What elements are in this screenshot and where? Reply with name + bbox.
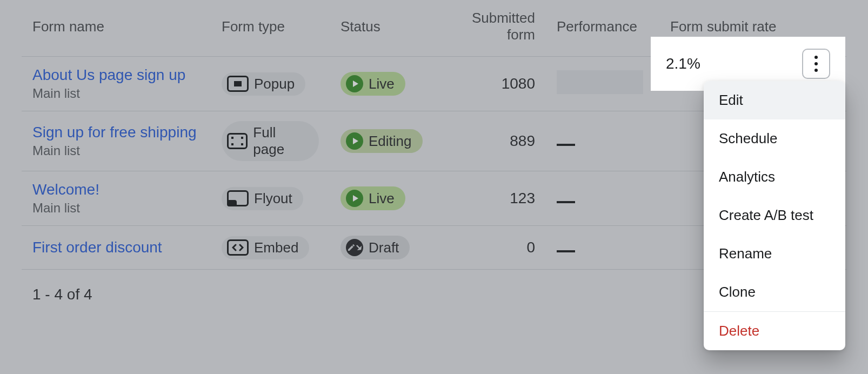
svg-rect-2 [231, 143, 233, 145]
embed-icon [227, 239, 249, 256]
performance-dash [557, 250, 575, 252]
menu-item-analytics[interactable]: Analytics [704, 158, 845, 196]
menu-item-edit[interactable]: Edit [704, 81, 845, 119]
form-type-label: Full page [253, 124, 308, 158]
status-pill: Live [340, 186, 405, 210]
submitted-count: 1080 [438, 57, 546, 111]
col-header-status[interactable]: Status [330, 0, 438, 57]
status-pill: Live [340, 72, 405, 96]
submitted-count: 123 [438, 171, 546, 226]
kebab-dot-icon [814, 62, 818, 65]
menu-item-ab-test[interactable]: Create A/B test [704, 196, 845, 235]
form-type-label: Flyout [254, 190, 292, 207]
menu-item-clone[interactable]: Clone [704, 273, 845, 311]
col-header-submitted[interactable]: Submitted form [438, 0, 546, 57]
col-header-performance[interactable]: Performance [546, 0, 659, 57]
row-actions-menu: Edit Schedule Analytics Create A/B test … [704, 81, 845, 350]
status-label: Editing [369, 133, 412, 150]
form-name-link[interactable]: Sign up for free shipping [32, 124, 197, 141]
status-label: Live [369, 76, 395, 92]
form-name-link[interactable]: About Us page sign up [32, 66, 185, 83]
kebab-dot-icon [814, 56, 818, 59]
fullpage-icon [227, 133, 248, 149]
play-icon [346, 75, 363, 92]
status-pill: Editing [340, 129, 423, 153]
row-actions-button[interactable] [802, 49, 830, 79]
form-name-link[interactable]: Welcome! [32, 181, 99, 198]
kebab-dot-icon [814, 69, 818, 72]
status-pill: Draft [340, 236, 410, 259]
play-icon [346, 132, 363, 150]
status-label: Draft [369, 239, 399, 256]
play-icon [346, 190, 363, 207]
menu-item-rename[interactable]: Rename [704, 235, 845, 273]
form-sublabel: Main list [32, 143, 200, 158]
svg-rect-0 [231, 137, 233, 139]
form-type-pill: Flyout [222, 187, 303, 210]
form-type-pill: Embed [222, 236, 309, 259]
performance-dash [557, 201, 575, 203]
form-name-link[interactable]: First order discount [32, 239, 162, 256]
form-type-pill: Full page [222, 121, 319, 161]
flyout-icon [227, 190, 249, 206]
draft-icon [346, 239, 363, 256]
submitted-count: 889 [438, 111, 546, 171]
form-type-pill: Popup [222, 72, 305, 96]
performance-redacted [557, 70, 643, 94]
svg-rect-3 [241, 143, 243, 145]
popout-rate-value: 2.1% [666, 55, 700, 72]
performance-dash [557, 144, 575, 146]
submitted-count: 0 [438, 226, 546, 270]
col-header-type[interactable]: Form type [211, 0, 330, 57]
form-type-label: Popup [254, 76, 295, 92]
menu-item-delete[interactable]: Delete [704, 311, 845, 350]
status-label: Live [369, 190, 395, 207]
col-header-name[interactable]: Form name [22, 0, 211, 57]
form-sublabel: Main list [32, 86, 200, 101]
menu-item-schedule[interactable]: Schedule [704, 119, 845, 158]
popup-icon [227, 76, 249, 92]
form-sublabel: Main list [32, 201, 200, 216]
svg-rect-1 [241, 137, 243, 139]
form-type-label: Embed [254, 239, 298, 256]
